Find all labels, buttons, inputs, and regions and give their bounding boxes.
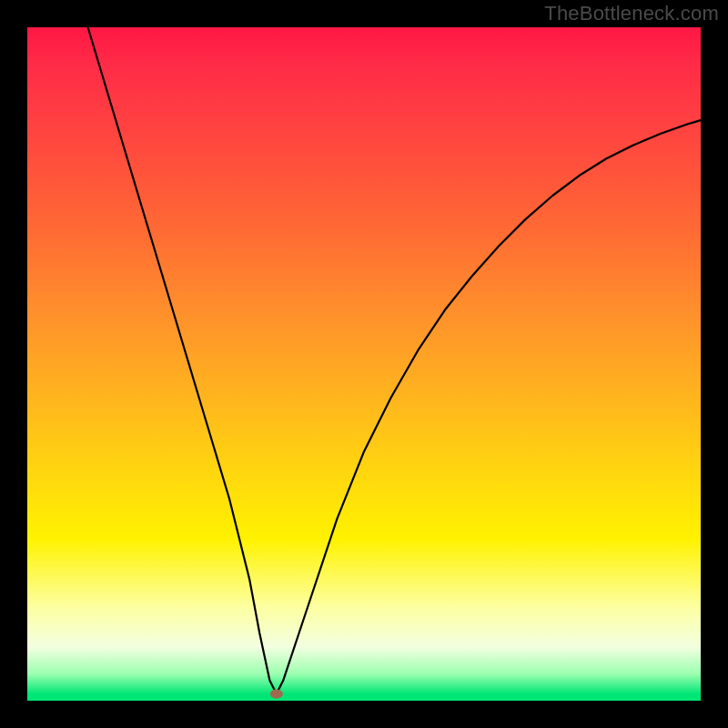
bottleneck-curve: [88, 27, 701, 694]
chart-frame: TheBottleneck.com: [0, 0, 728, 728]
plot-area: [27, 27, 701, 701]
optimum-marker: [270, 690, 283, 699]
plot-svg: [27, 27, 701, 701]
watermark-text: TheBottleneck.com: [544, 2, 719, 25]
